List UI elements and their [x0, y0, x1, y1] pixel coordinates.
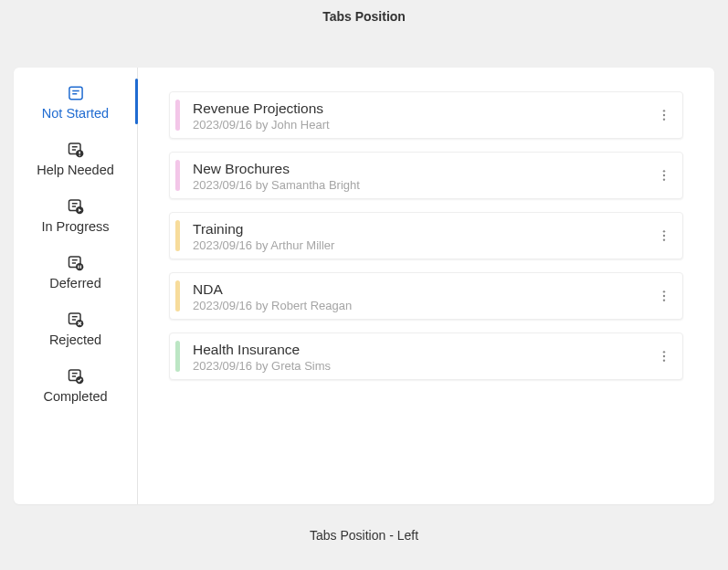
card-menu-button[interactable]	[646, 108, 682, 122]
svg-point-16	[76, 263, 83, 270]
svg-point-39	[663, 295, 665, 297]
task-title: New Brochures	[193, 161, 646, 177]
task-alert-icon	[67, 141, 85, 159]
svg-point-37	[663, 238, 665, 240]
task-title: Revenue Projections	[193, 100, 646, 117]
svg-point-30	[663, 114, 665, 116]
more-vertical-icon	[657, 108, 671, 122]
task-check-icon	[67, 367, 85, 385]
more-vertical-icon	[657, 228, 671, 243]
task-body: NDA 2023/09/16 by Robert Reagan	[180, 274, 646, 319]
task-meta: 2023/09/16 by John Heart	[193, 118, 646, 132]
more-vertical-icon	[657, 349, 671, 364]
task-pause-icon	[67, 254, 85, 272]
task-title: Health Insurance	[193, 342, 646, 358]
svg-point-38	[663, 290, 665, 292]
task-card[interactable]: Health Insurance 2023/09/16 by Greta Sim…	[169, 332, 683, 380]
card-menu-button[interactable]	[646, 228, 682, 243]
svg-point-33	[663, 174, 665, 176]
task-meta: 2023/09/16 by Robert Reagan	[193, 299, 646, 312]
tab-help-needed[interactable]: Help Needed	[14, 130, 137, 186]
task-body: New Brochures 2023/09/16 by Samantha Bri…	[180, 153, 646, 198]
task-reject-icon	[67, 311, 85, 329]
task-icon	[67, 84, 85, 102]
tab-label: Not Started	[42, 106, 109, 121]
svg-point-42	[663, 355, 665, 357]
svg-point-43	[663, 359, 665, 361]
svg-point-41	[663, 351, 665, 353]
task-body: Revenue Projections 2023/09/16 by John H…	[180, 93, 646, 138]
task-body: Health Insurance 2023/09/16 by Greta Sim…	[180, 334, 646, 379]
svg-point-40	[663, 299, 665, 301]
tabs-panel: Not Started Help Needed	[14, 68, 714, 504]
tab-not-started[interactable]: Not Started	[14, 73, 137, 130]
more-vertical-icon	[657, 289, 671, 303]
task-title: Training	[193, 221, 646, 238]
svg-point-32	[663, 170, 665, 172]
tab-deferred[interactable]: Deferred	[14, 243, 137, 300]
task-list: Revenue Projections 2023/09/16 by John H…	[138, 68, 714, 504]
tabs-list: Not Started Help Needed	[14, 68, 138, 504]
svg-rect-0	[69, 87, 81, 99]
svg-point-34	[663, 178, 665, 180]
card-menu-button[interactable]	[646, 289, 682, 303]
tab-label: Deferred	[49, 276, 100, 290]
task-meta: 2023/09/16 by Arthur Miller	[193, 238, 646, 252]
tab-in-progress[interactable]: In Progress	[14, 186, 137, 243]
task-card[interactable]: New Brochures 2023/09/16 by Samantha Bri…	[169, 152, 683, 199]
card-menu-button[interactable]	[646, 168, 682, 183]
task-card[interactable]: Training 2023/09/16 by Arthur Miller	[169, 212, 683, 259]
svg-point-8	[79, 155, 80, 157]
task-body: Training 2023/09/16 by Arthur Miller	[180, 214, 646, 259]
footer-caption: Tabs Position - Left	[0, 528, 728, 543]
svg-point-35	[663, 230, 665, 232]
tab-rejected[interactable]: Rejected	[14, 300, 137, 356]
task-meta: 2023/09/16 by Greta Sims	[193, 359, 646, 373]
svg-point-36	[663, 235, 665, 237]
tab-label: Completed	[43, 389, 107, 404]
card-menu-button[interactable]	[646, 349, 682, 364]
task-card[interactable]: NDA 2023/09/16 by Robert Reagan	[169, 272, 683, 320]
more-vertical-icon	[657, 168, 671, 183]
tab-label: Help Needed	[37, 163, 114, 177]
tab-label: Rejected	[49, 332, 101, 347]
tab-completed[interactable]: Completed	[14, 356, 137, 413]
task-meta: 2023/09/16 by Samantha Bright	[193, 178, 646, 192]
svg-point-29	[663, 110, 665, 111]
svg-point-31	[663, 118, 665, 120]
page-title: Tabs Position	[0, 0, 728, 27]
tab-label: In Progress	[41, 219, 109, 234]
task-play-icon	[67, 197, 85, 216]
task-card[interactable]: Revenue Projections 2023/09/16 by John H…	[169, 91, 683, 139]
task-title: NDA	[193, 281, 646, 298]
